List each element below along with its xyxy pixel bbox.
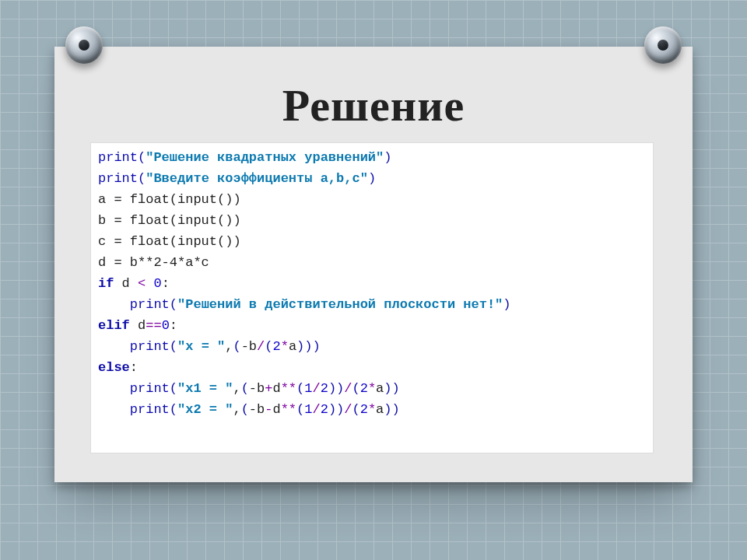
code-token: else [98,360,130,375]
code-token: : [130,360,138,375]
code-token: ) [384,381,391,396]
code-token: , [233,381,240,396]
code-token [98,381,130,396]
code-token: "x2 = " [177,402,233,417]
code-token [146,276,153,291]
code-token: a [376,381,384,396]
code-token [98,339,130,354]
code-token: ) [384,402,391,417]
code-token: d [272,402,280,417]
code-token [98,297,130,312]
code-token: ( [170,339,177,354]
code-token: 0 [162,318,170,333]
code-token: + [265,381,272,396]
code-token: / [312,381,320,396]
code-token: : [162,276,170,291]
pushpin-right [644,26,682,64]
code-box: print("Решение квадратных уравнений") pr… [90,142,654,453]
code-token: 2 [360,381,368,396]
code-token: 2 [321,402,328,417]
code-token: ( [352,402,360,417]
code-token: ( [241,381,249,396]
pushpin-left [65,26,103,64]
code-token: print [98,150,138,165]
code-token: -b [241,339,257,354]
code-token: ( [170,297,177,312]
code-token: -b [249,381,265,396]
code-token: d [272,381,280,396]
code-token: < [138,276,146,291]
code-token: * [281,339,289,354]
code-token: ) [304,339,312,354]
code-token: ) [328,402,336,417]
code-token: / [312,402,320,417]
code-token: / [344,381,352,396]
code-token: ) [392,402,400,417]
code-token: ) [368,171,376,186]
code-token: ( [296,381,304,396]
code-token: ) [312,339,320,354]
code-token: ( [233,339,240,354]
code-token: a [376,402,384,417]
code-token: ** [281,381,296,396]
code-token: d [114,276,138,291]
code-token: 1 [304,402,312,417]
code-token: 1 [304,381,312,396]
slide-title: Решение [54,79,693,131]
code-token: elif [98,318,130,333]
code-token: ( [170,402,177,417]
code-token: ) [336,402,344,417]
code-token: a [289,339,296,354]
code-token: ) [384,150,391,165]
slide-card: Решение print("Решение квадратных уравне… [54,47,693,482]
code-listing: print("Решение квадратных уравнений") pr… [98,147,646,420]
code-token: "Введите коэффициенты a,b,c" [146,171,368,186]
code-token: / [344,402,352,417]
code-token: 2 [321,381,328,396]
code-token: d [130,318,146,333]
code-line: c = float(input()) [98,234,241,249]
code-token: ( [138,171,146,186]
code-token: ( [352,381,360,396]
code-token: ** [281,402,296,417]
code-token: ) [296,339,304,354]
code-token [98,402,130,417]
code-line: d = b**2-4*a*c [98,255,209,270]
code-token: print [130,297,170,312]
code-line: a = float(input()) [98,192,241,207]
code-token: ) [328,381,336,396]
code-token: print [98,171,138,186]
code-token: / [257,339,265,354]
code-token: ( [170,381,177,396]
code-token: , [225,339,233,354]
code-token: == [146,318,161,333]
code-token: 2 [360,402,368,417]
code-token: if [98,276,114,291]
code-token: print [130,402,170,417]
code-token: * [368,381,376,396]
code-token: "Решений в действительной плоскости нет!… [177,297,503,312]
code-token: ) [503,297,510,312]
code-token: 0 [153,276,161,291]
code-token: : [170,318,177,333]
code-token: ( [241,402,249,417]
code-token: print [130,339,170,354]
code-token: "Решение квадратных уравнений" [146,150,384,165]
code-token: 2 [272,339,280,354]
code-token: * [368,402,376,417]
code-token: ) [392,381,400,396]
code-line: b = float(input()) [98,213,241,228]
code-token: ) [336,381,344,396]
code-token: -b [249,402,265,417]
code-token: print [130,381,170,396]
code-token: ( [265,339,272,354]
code-token: , [233,402,240,417]
code-token: "x1 = " [177,381,233,396]
code-token: - [265,402,272,417]
code-token: ( [138,150,146,165]
code-token: "x = " [177,339,225,354]
code-token: ( [296,402,304,417]
